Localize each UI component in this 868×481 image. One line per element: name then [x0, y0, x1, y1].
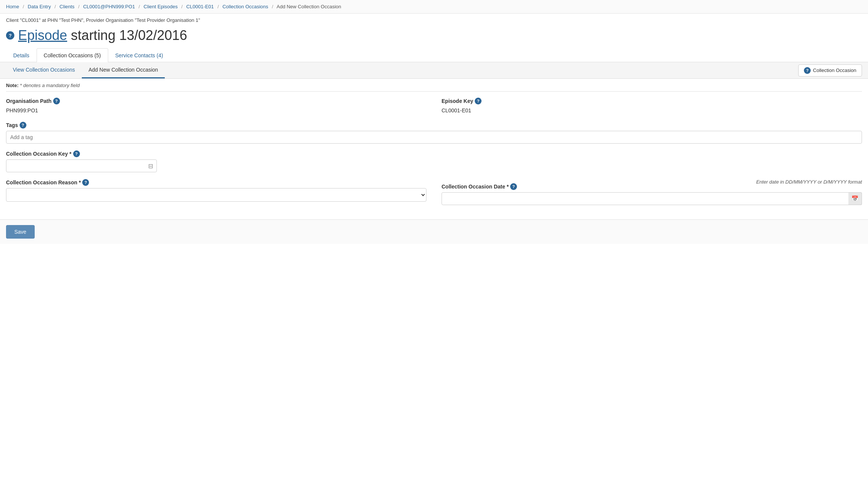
- tab-service-contacts[interactable]: Service Contacts (4): [108, 48, 170, 62]
- episode-key-label: Episode Key ?: [442, 98, 862, 104]
- help-btn-icon: ?: [804, 67, 811, 74]
- breadcrumb-current: Add New Collection Occasion: [276, 4, 341, 9]
- episode-help-icon[interactable]: ?: [6, 31, 14, 40]
- collection-occasion-date-group: Collection Occasion Date * ? Enter date …: [442, 179, 862, 205]
- note-text: * denotes a mandatory field: [20, 83, 80, 88]
- collection-occasion-key-help-icon[interactable]: ?: [73, 150, 80, 157]
- collection-occasion-date-help-icon[interactable]: ?: [510, 183, 517, 190]
- tab-details[interactable]: Details: [6, 48, 37, 62]
- breadcrumb-sep-3: /: [78, 4, 80, 9]
- tab-collection-occasions[interactable]: Collection Occasions (5): [37, 48, 108, 62]
- collection-occasion-help-button[interactable]: ? Collection Occasion: [798, 64, 862, 77]
- tags-help-icon[interactable]: ?: [20, 122, 26, 129]
- breadcrumb-episode-id[interactable]: CL0001-E01: [186, 4, 214, 9]
- collection-occasion-reason-help-icon[interactable]: ?: [82, 179, 89, 186]
- breadcrumb-sep-5: /: [181, 4, 183, 9]
- breadcrumb-home[interactable]: Home: [6, 4, 19, 9]
- org-episode-row: Organisation Path ? PHN999:PO1 Episode K…: [6, 98, 862, 115]
- client-info: Client "CL0001" at PHN "Test PHN", Provi…: [0, 14, 868, 25]
- collection-occasion-key-label: Collection Occasion Key * ?: [6, 150, 862, 157]
- episode-title-link[interactable]: Episode: [18, 28, 67, 43]
- subtab-view-collection-occasions[interactable]: View Collection Occasions: [6, 62, 82, 78]
- breadcrumb: Home / Data Entry / Clients / CL0001@PHN…: [0, 0, 868, 14]
- breadcrumb-sep-1: /: [23, 4, 24, 9]
- breadcrumb-sep-2: /: [55, 4, 56, 9]
- collection-occasion-reason-group: Collection Occasion Reason * ?: [6, 179, 426, 205]
- org-path-label: Organisation Path ?: [6, 98, 426, 104]
- note-label: Note:: [6, 83, 18, 88]
- help-btn-label: Collection Occasion: [813, 67, 856, 73]
- footer-bar: Save: [0, 219, 868, 244]
- breadcrumb-clients[interactable]: Clients: [60, 4, 75, 9]
- save-button[interactable]: Save: [6, 225, 35, 239]
- breadcrumb-sep-6: /: [218, 4, 219, 9]
- tags-label: Tags ?: [6, 122, 862, 129]
- collection-occasion-reason-select[interactable]: [6, 188, 426, 202]
- org-path-value: PHN999:PO1: [6, 106, 426, 115]
- main-tabs: Details Collection Occasions (5) Service…: [0, 48, 868, 62]
- breadcrumb-client-episodes[interactable]: Client Episodes: [144, 4, 178, 9]
- client-info-text: Client "CL0001" at PHN "Test PHN", Provi…: [6, 17, 200, 23]
- note-bar: Note: * denotes a mandatory field: [6, 79, 862, 92]
- collection-occasion-date-input[interactable]: [442, 192, 862, 205]
- collection-occasion-key-input[interactable]: [6, 159, 157, 172]
- breadcrumb-sep-4: /: [139, 4, 140, 9]
- subtabs-left: View Collection Occasions Add New Collec…: [6, 62, 165, 78]
- episode-key-value: CL0001-E01: [442, 106, 862, 115]
- breadcrumb-client-id[interactable]: CL0001@PHN999:PO1: [83, 4, 135, 9]
- tags-input[interactable]: [6, 131, 862, 144]
- form-container: Note: * denotes a mandatory field Organi…: [0, 79, 868, 219]
- breadcrumb-data-entry[interactable]: Data Entry: [28, 4, 51, 9]
- episode-title: Episode starting 13/02/2016: [18, 28, 187, 43]
- date-field-wrapper: 📅: [442, 192, 862, 205]
- collection-occasion-reason-label: Collection Occasion Reason * ?: [6, 179, 426, 186]
- org-path-help-icon[interactable]: ?: [53, 98, 60, 104]
- tags-group: Tags ?: [6, 122, 862, 144]
- org-path-group: Organisation Path ? PHN999:PO1: [6, 98, 426, 115]
- subtabs-bar: View Collection Occasions Add New Collec…: [0, 62, 868, 79]
- breadcrumb-sep-7: /: [272, 4, 273, 9]
- episode-key-help-icon[interactable]: ?: [475, 98, 482, 104]
- breadcrumb-collection-occasions[interactable]: Collection Occasions: [222, 4, 268, 9]
- calendar-button[interactable]: 📅: [848, 192, 862, 205]
- collection-occasion-date-label: Collection Occasion Date * ?: [442, 183, 517, 190]
- subtab-add-new-collection-occasion[interactable]: Add New Collection Occasion: [82, 62, 165, 78]
- collection-occasion-key-input-wrapper: ⊟: [6, 159, 157, 172]
- episode-heading: ? Episode starting 13/02/2016: [0, 25, 868, 48]
- episode-title-rest: starting 13/02/2016: [67, 28, 187, 43]
- reason-date-row: Collection Occasion Reason * ? Collectio…: [6, 179, 862, 205]
- collection-occasion-key-group: Collection Occasion Key * ? ⊟: [6, 150, 862, 172]
- date-format-hint: Enter date in DD/MM/YYYY or D/M/YYYY for…: [756, 179, 862, 188]
- episode-key-group: Episode Key ? CL0001-E01: [442, 98, 862, 115]
